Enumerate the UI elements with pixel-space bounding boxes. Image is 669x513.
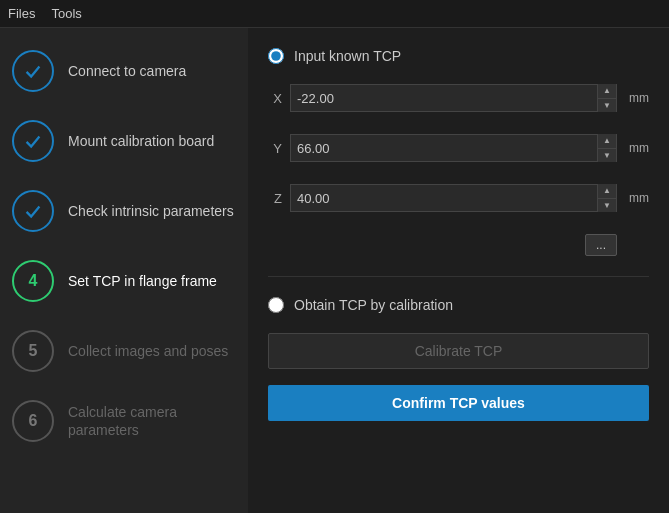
- step5-circle: 5: [12, 330, 54, 372]
- step2-circle: [12, 120, 54, 162]
- calibrate-tcp-button[interactable]: Calibrate TCP: [268, 333, 649, 369]
- sidebar-item-step4[interactable]: 4 Set TCP in flange frame: [0, 246, 248, 316]
- sidebar-item-step5[interactable]: 5 Collect images and poses: [0, 316, 248, 386]
- step4-label: Set TCP in flange frame: [68, 272, 217, 290]
- ellipsis-button[interactable]: ...: [585, 234, 617, 256]
- step3-circle: [12, 190, 54, 232]
- z-input-wrapper: ▲ ▼: [290, 184, 617, 212]
- z-spin-up[interactable]: ▲: [598, 184, 616, 199]
- z-unit: mm: [625, 191, 649, 205]
- step6-circle: 6: [12, 400, 54, 442]
- step6-label: Calculate camera parameters: [68, 403, 236, 439]
- y-spin-buttons: ▲ ▼: [597, 134, 616, 162]
- x-spin-up[interactable]: ▲: [598, 84, 616, 99]
- menubar: Files Tools: [0, 0, 669, 28]
- step1-circle: [12, 50, 54, 92]
- sidebar-item-step3[interactable]: Check intrinsic parameters: [0, 176, 248, 246]
- radio-label-known-tcp: Input known TCP: [294, 48, 401, 64]
- y-input[interactable]: [291, 135, 597, 161]
- confirm-tcp-button[interactable]: Confirm TCP values: [268, 385, 649, 421]
- x-unit: mm: [625, 91, 649, 105]
- step5-label: Collect images and poses: [68, 342, 228, 360]
- ellipsis-row: ...: [268, 234, 649, 256]
- radio-input-known-tcp[interactable]: [268, 48, 284, 64]
- step4-circle: 4: [12, 260, 54, 302]
- y-spin-up[interactable]: ▲: [598, 134, 616, 149]
- sidebar: Connect to camera Mount calibration boar…: [0, 28, 248, 513]
- content-area: Input known TCP X ▲ ▼ mm Y ▲ ▼: [248, 28, 669, 513]
- step1-label: Connect to camera: [68, 62, 186, 80]
- sidebar-item-step2[interactable]: Mount calibration board: [0, 106, 248, 176]
- y-input-wrapper: ▲ ▼: [290, 134, 617, 162]
- x-input-wrapper: ▲ ▼: [290, 84, 617, 112]
- y-unit: mm: [625, 141, 649, 155]
- files-menu[interactable]: Files: [8, 6, 35, 21]
- radio-option1-row: Input known TCP: [268, 48, 649, 64]
- step2-label: Mount calibration board: [68, 132, 214, 150]
- section-divider: [268, 276, 649, 277]
- sidebar-item-step6[interactable]: 6 Calculate camera parameters: [0, 386, 248, 456]
- sidebar-item-step1[interactable]: Connect to camera: [0, 36, 248, 106]
- radio-label-obtain-tcp: Obtain TCP by calibration: [294, 297, 453, 313]
- radio-input-obtain-tcp[interactable]: [268, 297, 284, 313]
- y-spin-down[interactable]: ▼: [598, 149, 616, 163]
- z-spin-buttons: ▲ ▼: [597, 184, 616, 212]
- z-input[interactable]: [291, 185, 597, 211]
- z-field-row: Z ▲ ▼ mm: [268, 184, 649, 212]
- y-label: Y: [268, 141, 282, 156]
- x-spin-buttons: ▲ ▼: [597, 84, 616, 112]
- x-label: X: [268, 91, 282, 106]
- x-field-row: X ▲ ▼ mm: [268, 84, 649, 112]
- step3-label: Check intrinsic parameters: [68, 202, 234, 220]
- radio-option2-row: Obtain TCP by calibration: [268, 297, 649, 313]
- z-spin-down[interactable]: ▼: [598, 199, 616, 213]
- x-input[interactable]: [291, 85, 597, 111]
- x-spin-down[interactable]: ▼: [598, 99, 616, 113]
- main-layout: Connect to camera Mount calibration boar…: [0, 28, 669, 513]
- tools-menu[interactable]: Tools: [51, 6, 81, 21]
- y-field-row: Y ▲ ▼ mm: [268, 134, 649, 162]
- z-label: Z: [268, 191, 282, 206]
